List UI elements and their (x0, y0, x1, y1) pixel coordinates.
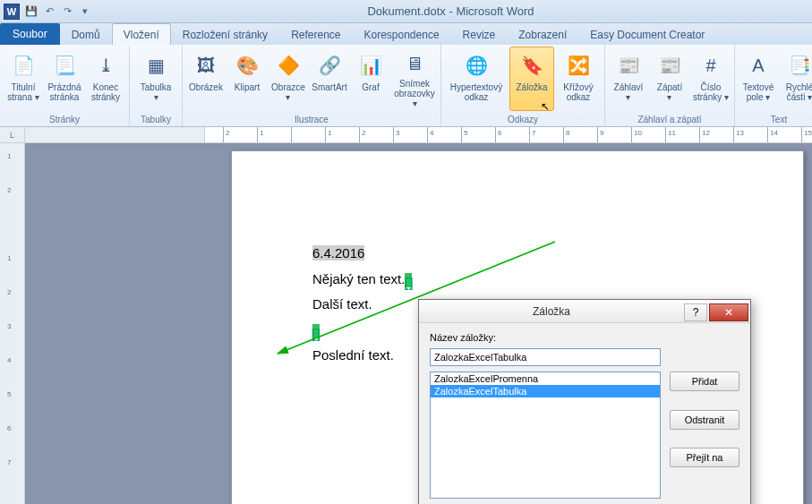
bookmark-marker-1 (405, 273, 412, 287)
tab-easy-doc[interactable]: Easy Document Creator (578, 23, 716, 45)
shapes-button[interactable]: 🔶Obrazce ▾ (269, 47, 308, 111)
smartart-icon: 🔗 (315, 51, 344, 80)
selected-date-text[interactable]: 6.4.2016 (312, 245, 364, 261)
tab-file[interactable]: Soubor (0, 23, 60, 45)
dialog-close-button[interactable]: ✕ (709, 303, 748, 321)
doc-line-1[interactable]: Nějaký ten text. (312, 271, 405, 286)
vertical-ruler[interactable]: 121234567 (0, 143, 25, 504)
page-break-icon: ⤓ (91, 51, 120, 80)
list-item[interactable]: ZalozkaExcelTabulka (431, 385, 660, 397)
group-label-illustrations: Ilustrace (186, 114, 437, 126)
group-tables: ▦Tabulka ▾ Tabulky (130, 45, 183, 126)
bookmark-icon: 🔖 (517, 51, 546, 80)
group-header-footer: 📰Záhlaví ▾ 📰Zápatí ▾ #Číslo stránky ▾ Zá… (605, 45, 735, 126)
undo-icon[interactable]: ↶ (41, 4, 57, 20)
ruler-gutter (25, 127, 204, 142)
work-area: 121234567 6.4.2016 Nějaký ten text. Dalš… (0, 143, 812, 504)
quickparts-button[interactable]: 📑Rychlé části ▾ (780, 47, 812, 111)
quickparts-icon: 📑 (785, 51, 812, 80)
window-title: Dokument.dotx - Microsoft Word (93, 4, 808, 18)
clipart-icon: 🎨 (233, 51, 261, 80)
save-icon[interactable]: 💾 (23, 4, 39, 20)
tab-home[interactable]: Domů (60, 23, 112, 45)
bookmark-name-input[interactable] (430, 348, 661, 366)
group-label-links: Odkazy (445, 114, 601, 126)
word-app-icon: W (4, 4, 20, 20)
chart-icon: 📊 (356, 51, 385, 80)
bookmark-list[interactable]: ZalozkaExcelPromenna ZalozkaExcelTabulka (430, 372, 661, 499)
bookmark-dialog: Záložka ? ✕ Název záložky: Přidat Zalozk… (418, 299, 751, 504)
quick-access-toolbar: 💾 ↶ ↷ ▾ (23, 4, 93, 20)
group-label-tables: Tabulky (133, 114, 178, 126)
group-text: ATextové pole ▾ 📑Rychlé části ▾ Text (735, 45, 812, 126)
dialog-titlebar[interactable]: Záložka ? ✕ (419, 300, 750, 323)
title-bar: W 💾 ↶ ↷ ▾ Dokument.dotx - Microsoft Word (0, 0, 812, 23)
list-item[interactable]: ZalozkaExcelPromenna (431, 372, 660, 385)
tab-mailings[interactable]: Korespondence (353, 23, 451, 45)
tab-insert[interactable]: Vložení (112, 23, 171, 45)
ruler-row: L 21123456789101112131415 (0, 127, 812, 143)
horizontal-ruler[interactable]: 21123456789101112131415 (204, 127, 812, 142)
textbox-icon: A (744, 51, 773, 80)
header-button[interactable]: 📰Záhlaví ▾ (609, 47, 648, 111)
hyperlink-button[interactable]: 🌐Hypertextový odkaz (445, 47, 508, 111)
crossref-button[interactable]: 🔀Křížový odkaz (556, 47, 601, 111)
tab-page-layout[interactable]: Rozložení stránky (171, 23, 279, 45)
qat-more-icon[interactable]: ▾ (77, 4, 93, 20)
picture-button[interactable]: 🖼Obrázek (186, 47, 226, 111)
cover-page-icon: 📄 (9, 51, 38, 80)
footer-icon: 📰 (655, 51, 684, 80)
page-number-button[interactable]: #Číslo stránky ▾ (691, 47, 731, 111)
screenshot-button[interactable]: 🖥Snímek obrazovky ▾ (392, 47, 437, 111)
smartart-button[interactable]: 🔗SmartArt (310, 47, 349, 111)
crossref-icon: 🔀 (564, 51, 593, 80)
cover-page-button[interactable]: 📄Titulní strana ▾ (4, 47, 43, 111)
redo-icon[interactable]: ↷ (59, 4, 75, 20)
group-label-hf: Záhlaví a zápatí (609, 114, 731, 126)
screenshot-icon: 🖥 (400, 51, 429, 76)
page-break-button[interactable]: ⤓Konec stránky (86, 47, 125, 111)
ribbon: 📄Titulní strana ▾ 📃Prázdná stránka ⤓Kone… (0, 45, 812, 127)
dialog-help-button[interactable]: ? (684, 303, 707, 321)
dialog-title: Záložka (419, 305, 684, 318)
tab-review[interactable]: Revize (451, 23, 508, 45)
header-icon: 📰 (614, 51, 643, 80)
group-pages: 📄Titulní strana ▾ 📃Prázdná stránka ⤓Kone… (0, 45, 130, 126)
shapes-icon: 🔶 (274, 51, 303, 80)
hyperlink-icon: 🌐 (462, 51, 491, 80)
delete-button[interactable]: Odstranit (670, 410, 739, 430)
group-label-text: Text (739, 114, 812, 126)
bookmark-name-label: Název záložky: (430, 332, 739, 343)
table-button[interactable]: ▦Tabulka ▾ (133, 47, 178, 111)
goto-button[interactable]: Přejít na (670, 448, 739, 467)
tab-references[interactable]: Reference (279, 23, 352, 45)
chart-button[interactable]: 📊Graf (351, 47, 390, 111)
cursor-icon: ↖ (541, 100, 550, 113)
add-button[interactable]: Přidat (670, 372, 739, 391)
bookmark-marker-2 (312, 324, 320, 338)
ruler-corner: L (0, 127, 25, 142)
ribbon-tabs: Soubor Domů Vložení Rozložení stránky Re… (0, 23, 812, 45)
footer-button[interactable]: 📰Zápatí ▾ (650, 47, 689, 111)
group-links: 🌐Hypertextový odkaz 🔖Záložka 🔀Křížový od… (441, 45, 605, 126)
table-icon: ▦ (141, 51, 170, 80)
picture-icon: 🖼 (192, 51, 220, 80)
clipart-button[interactable]: 🎨Klipart (227, 47, 267, 111)
page-number-icon: # (697, 51, 725, 80)
blank-page-button[interactable]: 📃Prázdná stránka (45, 47, 84, 111)
textbox-button[interactable]: ATextové pole ▾ (739, 47, 778, 111)
group-label-pages: Stránky (4, 114, 125, 126)
tab-view[interactable]: Zobrazení (507, 23, 578, 45)
group-illustrations: 🖼Obrázek 🎨Klipart 🔶Obrazce ▾ 🔗SmartArt 📊… (183, 45, 441, 126)
blank-page-icon: 📃 (50, 51, 79, 80)
